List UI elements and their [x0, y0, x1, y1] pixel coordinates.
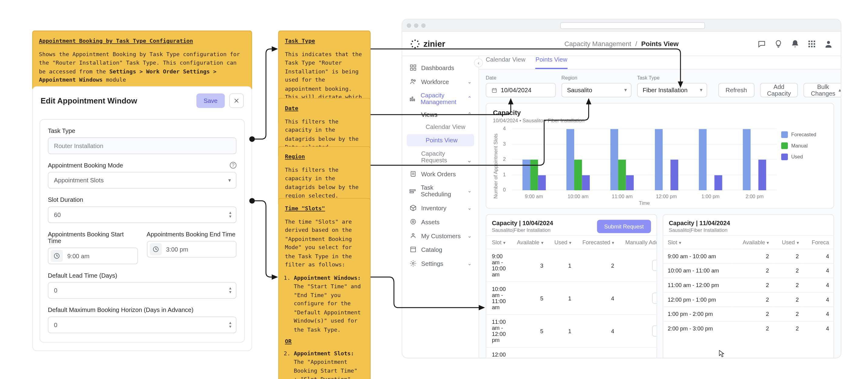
end-time-value: 3:00 pm [166, 246, 188, 252]
chart-xtick: 9:00 am [512, 194, 556, 199]
sidebar-item-catalog[interactable]: Catalog [402, 243, 478, 256]
chart-bar [530, 160, 538, 190]
apps-grid-icon[interactable] [807, 39, 816, 48]
horizon-input[interactable]: 0▴▾ [48, 316, 237, 333]
sidebar-item-my-customers[interactable]: My Customers⌄ [402, 228, 478, 243]
sidebar-item-assets[interactable]: Assets [402, 215, 478, 229]
cell-manual[interactable]: 2 [620, 282, 657, 315]
region-filter[interactable]: Sausalito▾ [561, 83, 631, 97]
tasktype-filter[interactable]: Fiber Installation▾ [637, 83, 707, 97]
sidebar-item-task-scheduling[interactable]: Task Scheduling⌄ [402, 181, 478, 201]
cell-slot: 11:00 am - 12:00 pm [486, 315, 512, 347]
help-icon[interactable]: ? [230, 162, 237, 168]
cell-manual[interactable]: 0 [620, 347, 657, 358]
edit-panel-title: Edit Appointment Window [41, 96, 137, 105]
sidebar-label: Points View [426, 137, 457, 144]
cell-used: 1 [549, 249, 577, 282]
sidebar-item-capacity[interactable]: Capacity Management⌃ [402, 88, 478, 108]
col-slot[interactable]: Slot▾ [486, 235, 512, 249]
legend-label: Forecasted [791, 132, 816, 137]
sidebar-label: My Customers [421, 232, 461, 239]
col-available[interactable]: Available▾ [733, 235, 773, 249]
duration-input[interactable]: 60▴▾ [48, 206, 237, 223]
sidebar-label: Inventory [421, 204, 446, 211]
bulk-changes-button[interactable]: Bulk Changes▴ [804, 83, 841, 97]
svg-point-6 [412, 40, 413, 41]
date-filter[interactable]: 10/04/2024 [486, 83, 556, 97]
refresh-button[interactable]: Refresh [718, 83, 754, 97]
col-used[interactable]: Used▾ [773, 235, 803, 249]
stepper-icon[interactable]: ▴▾ [229, 321, 231, 328]
sidebar-item-dashboards[interactable]: Dashboards [402, 61, 478, 75]
tab-points-view[interactable]: Points View [535, 56, 567, 69]
tasktype-filter-value: Fiber Installation [643, 87, 687, 93]
col-forecasted[interactable]: Foreca [803, 235, 834, 249]
tab-calendar-view[interactable]: Calendar View [486, 56, 525, 69]
horizon-value: 0 [54, 322, 57, 328]
sidebar-item-calendar-view[interactable]: Calendar View [402, 121, 478, 133]
col-available[interactable]: Available▾ [512, 235, 549, 249]
note-date-body: This filters the capacity in the datagri… [285, 118, 359, 150]
table-row: 9:00 am - 10:00 am224 [663, 249, 833, 263]
region-filter-label: Region [561, 75, 631, 81]
cell-slot: 10:00 am - 11:00 am [663, 263, 733, 278]
breadcrumb: Capacity Management / Points View [564, 40, 679, 48]
cell-slot: 9:00 am - 10:00 am [663, 249, 733, 263]
svg-rect-12 [814, 40, 815, 42]
note-slots-or: OR [285, 337, 364, 346]
lightbulb-icon[interactable] [774, 39, 783, 48]
col-used[interactable]: Used▾ [549, 235, 577, 249]
bell-icon[interactable] [790, 39, 799, 48]
start-time-input[interactable]: 9:00 am [48, 248, 138, 264]
task-type-input[interactable]: Router Installation [48, 137, 237, 154]
cell-available: 2 [733, 307, 773, 321]
chat-icon[interactable] [757, 39, 766, 48]
sidebar-item-settings[interactable]: Settings⌄ [402, 256, 478, 271]
chevron-up-icon: ⌃ [467, 112, 472, 117]
cell-used: 2 [773, 292, 803, 307]
end-time-input[interactable]: 3:00 pm [147, 241, 237, 258]
chevron-up-icon: ▴ [839, 87, 841, 93]
brand-logo[interactable]: zinier [410, 38, 445, 49]
table-subtitle: Sausalito|Fiber Installation [492, 228, 553, 233]
cell-manual[interactable]: 2 [620, 249, 657, 282]
cell-slot: 9:00 am - 10:00 am [486, 249, 512, 282]
col-slot[interactable]: Slot▾ [663, 235, 733, 249]
col-forecasted[interactable]: Forecasted▾ [577, 235, 620, 249]
stepper-icon[interactable]: ▴▾ [229, 287, 231, 294]
cell-slot: 10:00 am - 11:00 am [486, 282, 512, 315]
chart-subtitle: 10/04/2024 • Sausalito • Fiber Installat… [493, 118, 827, 124]
sidebar-item-work-orders[interactable]: Work Orders [402, 167, 478, 181]
stepper-icon[interactable]: ▴▾ [229, 211, 231, 219]
save-button[interactable]: Save [196, 93, 225, 108]
close-button[interactable] [229, 93, 244, 108]
sidebar-item-inventory[interactable]: Inventory⌄ [402, 201, 478, 215]
sidebar-label: Assets [421, 219, 440, 225]
browser-omnibox[interactable] [429, 22, 836, 29]
legend-label: Used [791, 154, 803, 160]
user-icon[interactable] [824, 39, 833, 48]
brand-icon [410, 38, 420, 49]
submit-request-button[interactable]: Submit Request [597, 220, 651, 233]
svg-point-33 [410, 219, 415, 224]
legend-swatch-icon [781, 131, 788, 138]
chart-bar [655, 129, 662, 190]
sidebar-item-capacity-requests[interactable]: Capacity Requests⌄ [402, 148, 478, 167]
col-manual[interactable]: Manually Added▾ [620, 235, 657, 249]
sidebar-item-workforce[interactable]: Workforce⌄ [402, 75, 478, 89]
cell-available: 3 [512, 249, 549, 282]
app-sidebar: ‹ Dashboards Workforce⌄ Capacity Managem… [402, 56, 479, 358]
cell-forecasted: 4 [803, 292, 834, 307]
sidebar-item-points-view[interactable]: Points View [407, 134, 474, 146]
add-capacity-button[interactable]: Add Capacity [760, 83, 798, 97]
sidebar-item-views[interactable]: Views⌃ [402, 108, 478, 121]
breadcrumb-parent[interactable]: Capacity Management [564, 40, 631, 48]
mode-select[interactable]: Appointment Slots▾ [48, 172, 237, 188]
capacity-chart-panel: Capacity 10/04/2024 • Sausalito • Fiber … [486, 103, 834, 209]
chart-bar [758, 160, 766, 190]
date-filter-label: Date [486, 75, 556, 81]
lead-input[interactable]: 0▴▾ [48, 282, 237, 298]
cell-manual[interactable]: 2 [620, 315, 657, 347]
date-filter-value: 10/04/2024 [501, 87, 531, 93]
chart-ylabel: Number of Appointment Slots [493, 127, 498, 205]
